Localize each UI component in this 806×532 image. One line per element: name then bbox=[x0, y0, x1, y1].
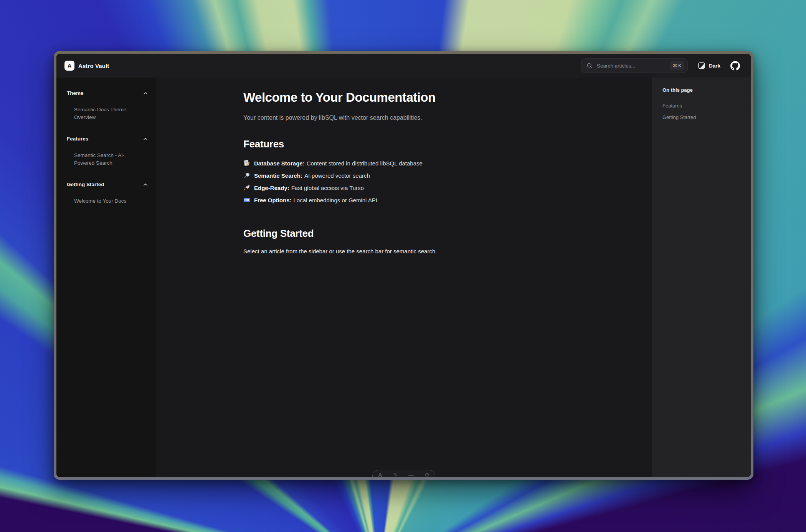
sidebar-section-getting-started[interactable]: Getting Started bbox=[67, 182, 148, 187]
feature-text: Fast global access via Turso bbox=[291, 185, 364, 191]
search-shortcut-badge: ⌘ K bbox=[670, 61, 684, 70]
sidebar-item-welcome-to-your-docs[interactable]: Welcome to Your Docs bbox=[74, 197, 142, 205]
docs-app: A Astro Vault ⌘ K Dark bbox=[56, 54, 751, 477]
github-icon bbox=[730, 61, 740, 71]
annotation-toolbar: A ✎ — ⚙ bbox=[372, 470, 435, 477]
search-box[interactable]: ⌘ K bbox=[581, 58, 688, 73]
feature-text: Local embeddings or Gemini API bbox=[294, 197, 377, 203]
getting-started-heading: Getting Started bbox=[243, 228, 543, 240]
brand-link[interactable]: A Astro Vault bbox=[64, 61, 109, 71]
feature-text: AI-powered vector search bbox=[304, 172, 370, 179]
sidebar-section-features[interactable]: Features bbox=[67, 136, 148, 142]
sidebar-section-title: Getting Started bbox=[67, 182, 104, 187]
header: A Astro Vault ⌘ K Dark bbox=[56, 54, 751, 78]
rocket-icon bbox=[243, 184, 250, 191]
text-tool-icon[interactable]: A bbox=[373, 470, 388, 477]
feature-item: FREE Free Options: Local embeddings or G… bbox=[243, 194, 543, 206]
feature-label: Free Options: bbox=[254, 197, 292, 203]
svg-text:FREE: FREE bbox=[244, 199, 249, 201]
search-input[interactable] bbox=[596, 63, 670, 69]
feature-label: Edge-Ready: bbox=[254, 185, 289, 191]
sidebar: Theme Semantic Docs Theme Overview Featu… bbox=[56, 78, 156, 477]
feature-label: Semantic Search: bbox=[254, 172, 302, 179]
chevron-up-icon[interactable] bbox=[143, 137, 148, 140]
chevron-up-icon[interactable] bbox=[143, 92, 148, 95]
github-link[interactable] bbox=[730, 61, 740, 71]
theme-icon bbox=[698, 62, 705, 69]
magnifier-icon bbox=[243, 172, 250, 179]
sidebar-section-theme[interactable]: Theme bbox=[67, 90, 148, 96]
feature-item: Semantic Search: AI-powered vector searc… bbox=[243, 169, 543, 182]
sidebar-item-semantic-search[interactable]: Semantic Search - AI-Powered Search bbox=[74, 152, 142, 167]
theme-toggle-label: Dark bbox=[709, 63, 720, 69]
page-title: Welcome to Your Documentation bbox=[243, 91, 543, 104]
feature-item: Database Storage: Content stored in dist… bbox=[243, 157, 543, 169]
theme-toggle-button[interactable]: Dark bbox=[698, 62, 720, 69]
pen-tool-icon[interactable]: ✎ bbox=[388, 470, 403, 477]
free-icon: FREE bbox=[243, 197, 250, 203]
line-tool-icon[interactable]: — bbox=[403, 470, 419, 477]
settings-gear-icon[interactable]: ⚙ bbox=[419, 470, 434, 477]
features-heading: Features bbox=[243, 138, 543, 150]
feature-text: Content stored in distributed libSQL dat… bbox=[307, 160, 423, 167]
memo-icon bbox=[243, 160, 250, 167]
sidebar-section-title: Features bbox=[67, 136, 88, 142]
toc-panel: On this page Features Getting Started bbox=[652, 78, 751, 477]
sidebar-item-semantic-docs-theme-overview[interactable]: Semantic Docs Theme Overview bbox=[74, 106, 142, 121]
main-content: Welcome to Your Documentation Your conte… bbox=[156, 78, 652, 477]
sidebar-section-title: Theme bbox=[67, 90, 84, 96]
feature-item: Edge-Ready: Fast global access via Turso bbox=[243, 182, 543, 194]
brand-logo: A bbox=[64, 61, 74, 71]
toc-title: On this page bbox=[662, 87, 743, 93]
toc-link-features[interactable]: Features bbox=[662, 100, 743, 112]
toc-link-getting-started[interactable]: Getting Started bbox=[662, 112, 743, 123]
brand-name: Astro Vault bbox=[78, 63, 109, 69]
app-window: A Astro Vault ⌘ K Dark bbox=[54, 51, 753, 480]
page-subtitle: Your content is powered by libSQL with v… bbox=[243, 114, 543, 121]
chevron-up-icon[interactable] bbox=[143, 183, 148, 186]
feature-label: Database Storage: bbox=[254, 160, 305, 167]
getting-started-paragraph: Select an article from the sidebar or us… bbox=[243, 248, 543, 254]
features-list: Database Storage: Content stored in dist… bbox=[243, 157, 543, 206]
search-icon bbox=[586, 63, 593, 69]
